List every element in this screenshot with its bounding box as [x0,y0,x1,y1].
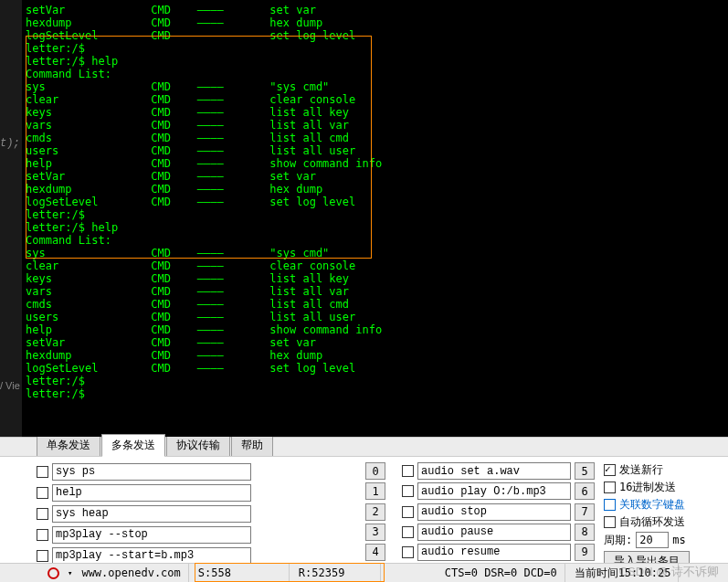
terminal-line: logSetLevel CMD ———— set log level [26,29,721,42]
cmd-left-input-3[interactable] [52,526,251,544]
terminal-line: letter:/$ help [26,55,721,68]
terminal-output[interactable]: t); / Vie setVar CMD ———— set varhexdump… [0,0,728,437]
cmd-left-check-4[interactable] [37,550,48,562]
status-recv: R:52359 [291,564,381,582]
send-btn-3[interactable]: 3 [365,524,385,541]
period-label: 周期: [604,533,632,548]
status-url[interactable]: www.openedv.com [74,564,188,582]
send-btn-1[interactable]: 1 [365,482,385,500]
tab-2[interactable]: 协议传输 [166,434,230,456]
terminal-line: users CMD ———— list all user [26,144,721,157]
terminal-line: sys CMD ———— "sys cmd" [26,80,721,93]
connection-status-icon[interactable] [47,567,59,579]
cmd-right-input-1[interactable] [417,482,571,500]
send-panel: 首页上一页下一页尾页 01234 56789 发送新行 16进制发送 关联数字键… [0,457,728,563]
cmd-left-input-4[interactable] [52,547,251,565]
cmd-left-input-2[interactable] [52,505,251,523]
send-btn-4[interactable]: 4 [365,544,385,561]
terminal-line: hexdump CMD ———— hex dump [26,16,721,29]
terminal-line: keys CMD ———— list all key [26,106,721,119]
opt-loop-checkbox[interactable] [604,516,616,528]
tab-1[interactable]: 多条发送 [101,434,165,457]
cmd-left-check-0[interactable] [37,466,48,478]
opt-hex-checkbox[interactable] [604,481,616,493]
terminal-line: letter:/$ help [26,221,721,234]
cmd-left-input-0[interactable] [52,463,251,481]
terminal-line: vars CMD ———— list all var [26,119,721,132]
cmd-right-input-2[interactable] [417,503,571,521]
status-bar: ▾ www.openedv.com S:558 R:52359 CTS=0 DS… [0,563,728,582]
terminal-line: clear CMD ———— clear console [26,259,721,272]
editor-fragment-2: / Vie [0,379,20,392]
terminal-line: logSetLevel CMD ———— set log level [26,196,721,208]
opt-hex-label: 16进制发送 [619,480,676,495]
terminal-line: cmds CMD ———— list all cmd [26,298,721,311]
terminal-line: setVar CMD ———— set var [26,4,721,16]
terminal-line: help CMD ———— show command info [26,157,721,170]
dropdown-arrow-icon[interactable]: ▾ [68,568,72,577]
opt-newline-label: 发送新行 [619,462,663,478]
send-btn-7[interactable]: 7 [575,503,595,521]
period-input[interactable] [636,532,669,548]
terminal-line: clear CMD ———— clear console [26,93,721,106]
send-btn-0[interactable]: 0 [365,462,385,480]
cmd-left-check-3[interactable] [37,529,48,541]
status-cts: CTS=0 DSR=0 DCD=0 [438,564,565,582]
cmd-left-check-1[interactable] [37,487,48,499]
send-btn-9[interactable]: 9 [575,544,595,561]
cmd-left-input-1[interactable] [52,484,251,502]
cmd-right-check-3[interactable] [402,526,414,538]
terminal-line: Command List: [26,68,721,80]
cmd-right-input-4[interactable] [417,544,571,561]
editor-fragment: t); [0,137,20,150]
send-tabs: 单条发送多条发送协议传输帮助 [0,437,728,457]
terminal-line: letter:/$ [26,387,721,400]
terminal-line: logSetLevel CMD ———— set log level [26,362,721,375]
terminal-line: hexdump CMD ———— hex dump [26,349,721,362]
status-sent: S:558 [191,564,290,582]
send-btn-6[interactable]: 6 [575,482,595,500]
cmd-right-input-0[interactable] [417,462,571,480]
status-time: 当前时间 15:10:25 [567,564,680,582]
send-btn-5[interactable]: 5 [575,462,595,480]
period-unit: ms [672,534,685,546]
tab-0[interactable]: 单条发送 [37,434,100,456]
terminal-line: cmds CMD ———— list all cmd [26,132,721,144]
cmd-right-input-3[interactable] [417,524,571,541]
terminal-line: letter:/$ [26,42,721,55]
opt-newline-checkbox[interactable] [604,464,616,476]
terminal-line: sys CMD ———— "sys cmd" [26,247,721,259]
terminal-line: keys CMD ———— list all key [26,272,721,285]
terminal-line: letter:/$ [26,375,721,387]
terminal-line: setVar CMD ———— set var [26,336,721,349]
terminal-line: vars CMD ———— list all var [26,285,721,298]
terminal-line: Command List: [26,234,721,247]
cmd-right-check-4[interactable] [402,546,414,558]
send-btn-2[interactable]: 2 [365,503,385,521]
tab-3[interactable]: 帮助 [231,434,273,456]
opt-loop-label: 自动循环发送 [619,514,685,530]
terminal-line: setVar CMD ———— set var [26,170,721,183]
cmd-right-check-2[interactable] [402,506,414,518]
cmd-left-check-2[interactable] [37,508,48,520]
terminal-line: letter:/$ [26,208,721,221]
opt-keypad-label: 关联数字键盘 [619,497,685,513]
terminal-line: hexdump CMD ———— hex dump [26,183,721,196]
cmd-right-check-0[interactable] [402,465,414,477]
send-btn-8[interactable]: 8 [575,524,595,541]
cmd-right-check-1[interactable] [402,485,414,497]
terminal-line: help CMD ———— show command info [26,323,721,336]
opt-keypad-checkbox[interactable] [604,499,616,511]
terminal-line: users CMD ———— list all user [26,311,721,323]
